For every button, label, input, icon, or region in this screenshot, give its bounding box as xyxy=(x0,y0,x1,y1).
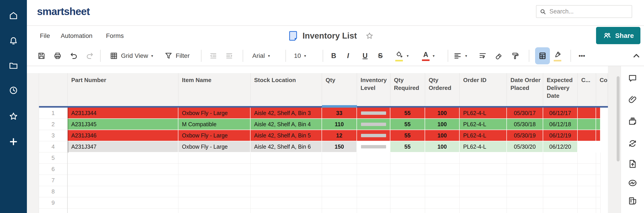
cell-req[interactable]: 55 xyxy=(390,141,425,152)
cell-placed[interactable] xyxy=(507,186,543,197)
cell-expected[interactable]: 06/12/19 xyxy=(543,130,578,141)
cell-part[interactable]: A231J345 xyxy=(68,119,178,130)
cell-oid[interactable]: PL62-4-L xyxy=(460,130,507,141)
cell-expected[interactable] xyxy=(543,175,578,186)
cell-req[interactable] xyxy=(390,175,425,186)
cell-c2[interactable] xyxy=(596,152,600,164)
cell-qty[interactable] xyxy=(322,208,357,213)
font-size-control[interactable]: 10▾ xyxy=(294,52,306,59)
cell-c1[interactable] xyxy=(578,130,596,141)
cell-qty[interactable]: 110 xyxy=(322,119,357,130)
save-button[interactable] xyxy=(37,51,46,60)
cell-c1[interactable] xyxy=(578,108,596,119)
column-header-item[interactable]: Item Name xyxy=(178,73,250,108)
column-header-expected[interactable]: Expected Delivery Date xyxy=(543,73,578,108)
row-number[interactable]: 1 xyxy=(39,108,68,119)
cell-oid[interactable] xyxy=(460,175,507,186)
column-header-part[interactable]: Part Number xyxy=(68,73,178,108)
cell-oid[interactable] xyxy=(460,197,507,208)
column-header-qty[interactable]: Qty xyxy=(322,73,357,108)
search-box[interactable] xyxy=(536,5,632,18)
menu-automation[interactable]: Automation xyxy=(61,32,92,40)
cell-ord[interactable] xyxy=(425,197,460,208)
cell-oid[interactable] xyxy=(460,164,507,175)
cell-placed[interactable]: 05/30/17 xyxy=(507,108,543,119)
cell-qty[interactable] xyxy=(322,175,357,186)
cell-ord[interactable]: 100 xyxy=(425,119,460,130)
column-header-ord[interactable]: Qty Ordered xyxy=(425,73,460,108)
cell-item[interactable] xyxy=(178,197,250,208)
cell-inv[interactable] xyxy=(357,108,390,119)
cell-c2[interactable] xyxy=(596,130,600,141)
row-number[interactable]: 6 xyxy=(39,164,68,175)
cell-ord[interactable] xyxy=(425,152,460,164)
cell-req[interactable] xyxy=(390,197,425,208)
sheet-summary-icon[interactable] xyxy=(628,196,638,206)
cell-loc[interactable]: Aisle 42, Shelf A, Bin 5 xyxy=(250,130,322,141)
cell-c1[interactable] xyxy=(578,208,596,213)
cell-req[interactable] xyxy=(390,164,425,175)
vertical-scrollbar-thumb[interactable] xyxy=(617,76,620,161)
cell-item[interactable] xyxy=(178,152,250,164)
cell-inv[interactable] xyxy=(357,130,390,141)
cell-oid[interactable] xyxy=(460,186,507,197)
column-header-req[interactable]: Qty Required xyxy=(390,73,425,108)
cell-c1[interactable] xyxy=(578,141,596,152)
cell-item[interactable] xyxy=(178,208,250,213)
cell-loc[interactable] xyxy=(250,197,322,208)
cell-loc[interactable]: Aisle 42, Shelf A, Bin 4 xyxy=(250,119,322,130)
erase-button[interactable] xyxy=(494,51,503,60)
cell-req[interactable]: 55 xyxy=(390,119,425,130)
cell-c2[interactable] xyxy=(596,186,600,197)
row-number[interactable] xyxy=(39,208,68,213)
cell-oid[interactable] xyxy=(460,152,507,164)
cell-expected[interactable] xyxy=(543,208,578,213)
underline-control[interactable]: U xyxy=(362,52,368,60)
browse-folder-icon[interactable] xyxy=(8,61,18,71)
cell-part[interactable]: A231J347 xyxy=(68,141,178,152)
cell-expected[interactable]: 06/12/18 xyxy=(543,119,578,130)
cell-req[interactable] xyxy=(390,208,425,213)
cell-inv[interactable] xyxy=(357,175,390,186)
cell-c2[interactable] xyxy=(596,197,600,208)
collapse-button[interactable] xyxy=(632,51,641,60)
cell-part[interactable] xyxy=(68,152,178,164)
cell-loc[interactable]: Aisle 42, Shelf A, Bin 6 xyxy=(250,141,322,152)
cell-item[interactable]: Oxbow Fly - Large xyxy=(178,108,250,119)
more-control[interactable]: ••• xyxy=(578,52,585,59)
cell-c1[interactable] xyxy=(578,164,596,175)
align-control[interactable]: ▾ xyxy=(453,51,467,60)
cell-qty[interactable] xyxy=(322,152,357,164)
format-painter-button[interactable] xyxy=(510,51,520,60)
cell-placed[interactable]: 05/30/20 xyxy=(507,141,543,152)
bold-control[interactable]: B xyxy=(331,52,336,60)
cell-inv[interactable] xyxy=(357,164,390,175)
cell-inv[interactable] xyxy=(357,186,390,197)
cell-qty[interactable]: 33 xyxy=(322,108,357,119)
cell-loc[interactable] xyxy=(250,152,322,164)
cell-inv[interactable] xyxy=(357,141,390,152)
row-number[interactable]: 4 xyxy=(39,141,68,152)
cell-item[interactable] xyxy=(178,186,250,197)
cell-ord[interactable]: 100 xyxy=(425,108,460,119)
favorites-star-icon[interactable] xyxy=(8,111,18,122)
cell-qty[interactable] xyxy=(322,164,357,175)
wrap-button[interactable] xyxy=(478,51,487,60)
cell-placed[interactable] xyxy=(507,175,543,186)
cell-ord[interactable] xyxy=(425,208,460,213)
cell-c1[interactable] xyxy=(578,119,596,130)
cell-c2[interactable] xyxy=(596,141,600,152)
cell-c1[interactable] xyxy=(578,186,596,197)
row-number[interactable]: 2 xyxy=(39,119,68,130)
column-header-oid[interactable]: Order ID xyxy=(460,73,507,108)
cell-loc[interactable] xyxy=(250,208,322,213)
create-plus-icon[interactable] xyxy=(8,137,18,147)
proofs-icon[interactable] xyxy=(628,116,638,126)
comments-icon[interactable] xyxy=(628,73,638,84)
cell-loc[interactable] xyxy=(250,186,322,197)
search-input[interactable] xyxy=(549,8,624,15)
cell-part[interactable]: A231J344 xyxy=(68,108,178,119)
cell-loc[interactable]: Aisle 42, Shelf A, Bin 3 xyxy=(250,108,322,119)
column-header-c1[interactable]: C... xyxy=(578,73,596,108)
cell-placed[interactable]: 05/30/18 xyxy=(507,119,543,130)
